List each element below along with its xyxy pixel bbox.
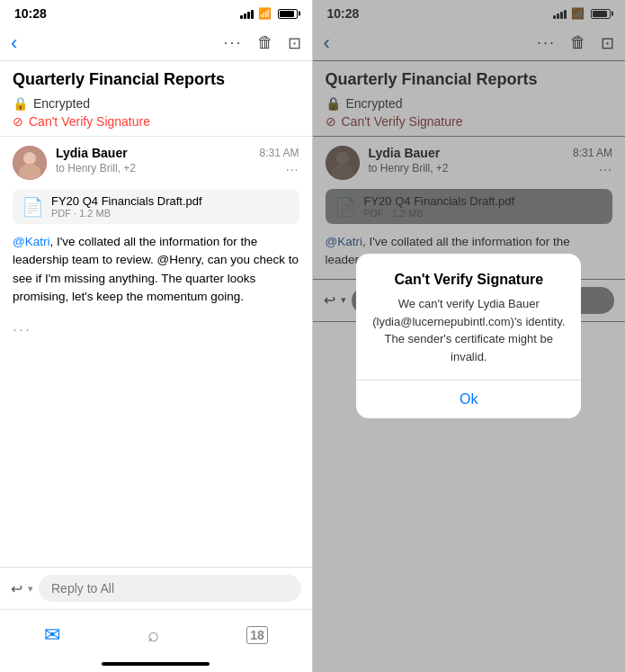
warning-icon-left: ⊘ [13,114,23,129]
send-time-left: 8:31 AM [259,147,299,159]
more-button-left[interactable]: ··· [223,33,242,52]
body-text-left: @Katri, I've collated all the informatio… [13,233,299,306]
email-body-left: Lydia Bauer 8:31 AM to Henry Brill, +2 ·… [0,137,312,567]
svg-point-1 [23,152,36,165]
reply-chevron-left: ▾ [28,583,33,595]
modal-body: We can't verify Lydia Bauer (lydia@lucer… [371,295,567,365]
bottom-bar-left: ✉ ⌕ 18 [0,609,312,656]
sender-row-left: Lydia Bauer 8:31 AM to Henry Brill, +2 ·… [13,146,299,180]
encrypted-row-left: 🔒 Encrypted [13,96,299,111]
wifi-icon-left: 📶 [258,7,272,20]
modal-ok-button[interactable]: Ok [371,381,567,418]
reply-bar-left: ↩ ▾ [0,567,312,609]
home-indicator-left [0,656,312,672]
sender-name-left: Lydia Bauer [56,146,128,160]
nav-mail-left[interactable]: ✉ [44,623,60,647]
modal-dialog: Can't Verify Signature We can't verify L… [356,254,581,418]
search-icon-left: ⌕ [147,623,159,647]
reply-icon-left: ↩ [11,580,22,597]
right-phone-panel: 10:28 📶 ‹ ··· 🗑 ⊡ [313,0,626,672]
email-header-left: Quarterly Financial Reports 🔒 Encrypted … [0,61,312,137]
sender-name-row-left: Lydia Bauer 8:31 AM [56,146,299,160]
modal-title: Can't Verify Signature [371,272,567,288]
pdf-icon-left: 📄 [22,196,44,218]
signal-icon-left [240,8,254,19]
status-bar-left: 10:28 📶 [0,0,312,25]
attachment-left[interactable]: 📄 FY20 Q4 Financials Draft.pdf PDF · 1.2… [13,189,299,224]
back-button-left[interactable]: ‹ [11,31,17,55]
sender-info-left: Lydia Bauer 8:31 AM to Henry Brill, +2 ·… [56,146,299,176]
toolbar-left: ‹ ··· 🗑 ⊡ [0,25,312,61]
attachment-info-left: FY20 Q4 Financials Draft.pdf PDF · 1.2 M… [51,194,202,219]
nav-search-left[interactable]: ⌕ [147,623,159,647]
home-bar-left [102,662,210,666]
verify-label-left: Can't Verify Signature [29,114,150,129]
file-meta-left: PDF · 1.2 MB [51,208,202,219]
ellipsis-left[interactable]: ··· [0,315,312,345]
sender-to-left: to Henry Brill, +2 [56,162,136,175]
trash-button-left[interactable]: 🗑 [257,33,273,52]
verify-row-left[interactable]: ⊘ Can't Verify Signature [13,114,299,129]
toolbar-actions-left: ··· 🗑 ⊡ [223,33,300,53]
email-message-left: Lydia Bauer 8:31 AM to Henry Brill, +2 ·… [0,137,312,315]
avatar-left [13,146,47,180]
status-icons-left: 📶 [240,7,298,20]
folder-button-left[interactable]: ⊡ [288,33,301,53]
sender-more-left[interactable]: ··· [286,162,299,176]
mail-icon-left: ✉ [44,623,60,647]
file-name-left: FY20 Q4 Financials Draft.pdf [51,194,202,208]
encrypted-label-left: Encrypted [33,96,90,111]
left-phone-panel: 10:28 📶 ‹ ··· 🗑 ⊡ Quarterly Financial Re… [0,0,313,672]
nav-calendar-left[interactable]: 18 [246,626,268,644]
lock-icon-left: 🔒 [13,96,28,111]
email-subject-left: Quarterly Financial Reports [13,70,299,89]
calendar-icon-left: 18 [246,626,268,644]
reply-input-left[interactable] [39,575,301,602]
battery-icon-left [278,9,298,19]
modal-overlay: Can't Verify Signature We can't verify L… [313,0,626,672]
mention-left: @Katri [13,235,49,248]
status-time-left: 10:28 [14,6,47,21]
